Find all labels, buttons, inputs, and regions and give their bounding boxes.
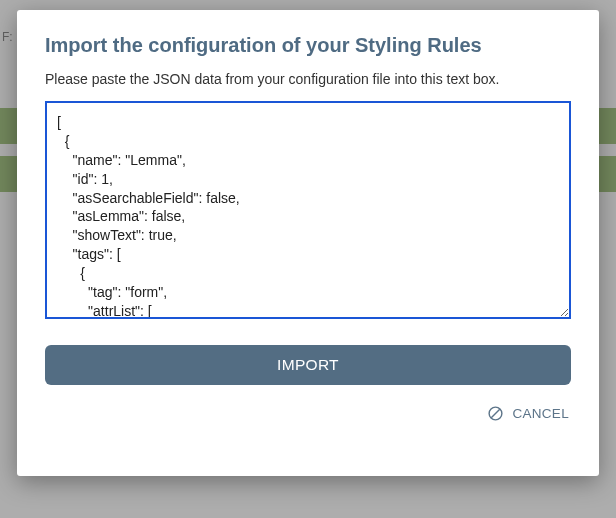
json-config-textarea[interactable] <box>45 101 571 319</box>
svg-line-1 <box>492 409 501 418</box>
import-config-dialog: Import the configuration of your Styling… <box>17 10 599 476</box>
cancel-button[interactable]: CANCEL <box>485 401 571 426</box>
cancel-icon <box>487 405 504 422</box>
dialog-title: Import the configuration of your Styling… <box>45 34 571 57</box>
dialog-footer: CANCEL <box>45 401 571 426</box>
import-button[interactable]: IMPORT <box>45 345 571 385</box>
cancel-label: CANCEL <box>512 406 569 421</box>
dialog-instruction: Please paste the JSON data from your con… <box>45 71 571 87</box>
